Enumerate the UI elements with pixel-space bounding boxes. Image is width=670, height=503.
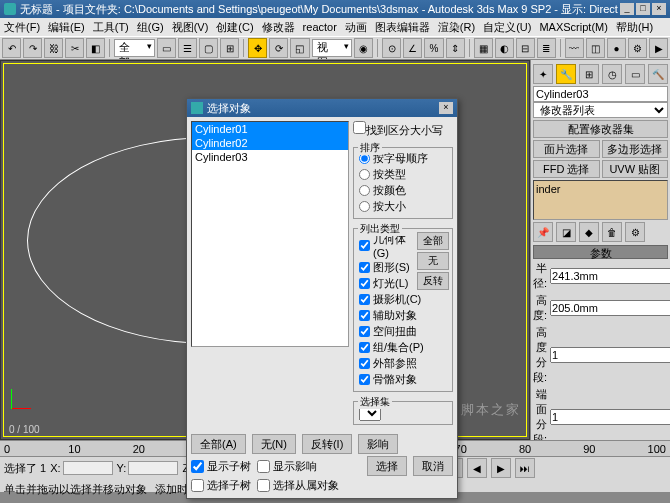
poly-select-button[interactable]: 多边形选择 bbox=[602, 140, 669, 158]
menu-reactor[interactable]: reactor bbox=[303, 21, 337, 33]
coord-x-field[interactable] bbox=[63, 461, 113, 475]
prev-frame-icon[interactable]: ◀ bbox=[467, 458, 487, 478]
list-item[interactable]: Cylinder01 bbox=[192, 122, 348, 136]
utilities-tab-icon[interactable]: 🔨 bbox=[648, 64, 668, 84]
menu-help[interactable]: 帮助(H) bbox=[616, 20, 653, 35]
select-dep-check[interactable] bbox=[257, 479, 270, 492]
menu-file[interactable]: 文件(F) bbox=[4, 20, 40, 35]
remove-modifier-icon[interactable]: 🗑 bbox=[602, 222, 622, 242]
show-end-result-icon[interactable]: ◪ bbox=[556, 222, 576, 242]
bottom-all-button[interactable]: 全部(A) bbox=[191, 434, 246, 454]
move-icon[interactable]: ✥ bbox=[248, 38, 267, 58]
bottom-invert-button[interactable]: 反转(I) bbox=[302, 434, 352, 454]
motion-tab-icon[interactable]: ◷ bbox=[602, 64, 622, 84]
spinner-snap-icon[interactable]: ⇕ bbox=[446, 38, 465, 58]
show-influence-check[interactable] bbox=[257, 460, 270, 473]
render-setup-icon[interactable]: ⚙ bbox=[628, 38, 647, 58]
dialog-titlebar[interactable]: 选择对象 × bbox=[187, 99, 457, 117]
render-icon[interactable]: ▶ bbox=[649, 38, 668, 58]
menu-maxscript[interactable]: MAXScript(M) bbox=[539, 21, 607, 33]
lt-bones-check[interactable]: 骨骼对象 bbox=[359, 372, 449, 387]
display-tab-icon[interactable]: ▭ bbox=[625, 64, 645, 84]
menu-customize[interactable]: 自定义(U) bbox=[483, 20, 531, 35]
dialog-close-button[interactable]: × bbox=[439, 102, 453, 114]
angle-snap-icon[interactable]: ∠ bbox=[403, 38, 422, 58]
cseg-spinner[interactable] bbox=[550, 409, 670, 425]
undo-icon[interactable]: ↶ bbox=[2, 38, 21, 58]
scale-icon[interactable]: ◱ bbox=[290, 38, 309, 58]
height-spinner[interactable] bbox=[550, 300, 670, 316]
select-subtree-check[interactable] bbox=[191, 479, 204, 492]
maximize-button[interactable]: □ bbox=[636, 3, 650, 15]
pin-stack-icon[interactable]: 📌 bbox=[533, 222, 553, 242]
curve-editor-icon[interactable]: 〰 bbox=[565, 38, 584, 58]
lt-lights-check[interactable]: 灯光(L) bbox=[359, 276, 415, 291]
params-rollout-header[interactable]: 参数 bbox=[533, 245, 668, 259]
bind-icon[interactable]: ◧ bbox=[86, 38, 105, 58]
lt-shapes-check[interactable]: 图形(S) bbox=[359, 260, 415, 275]
redo-icon[interactable]: ↷ bbox=[23, 38, 42, 58]
patch-select-button[interactable]: 面片选择 bbox=[533, 140, 600, 158]
modify-tab-icon[interactable]: 🔧 bbox=[556, 64, 576, 84]
menu-create[interactable]: 创建(C) bbox=[216, 20, 253, 35]
named-sel-icon[interactable]: ▦ bbox=[474, 38, 493, 58]
unlink-icon[interactable]: ✂ bbox=[65, 38, 84, 58]
material-icon[interactable]: ● bbox=[607, 38, 626, 58]
bottom-influence-button[interactable]: 影响 bbox=[358, 434, 398, 454]
uvw-map-button[interactable]: UVW 贴图 bbox=[602, 160, 669, 178]
modset-config-button[interactable]: 配置修改器集 bbox=[533, 120, 668, 138]
hseg-spinner[interactable] bbox=[550, 347, 670, 363]
create-tab-icon[interactable]: ✦ bbox=[533, 64, 553, 84]
menu-tools[interactable]: 工具(T) bbox=[93, 20, 129, 35]
modifier-list[interactable]: 修改器列表 bbox=[533, 102, 668, 118]
lt-none-button[interactable]: 无 bbox=[417, 252, 449, 270]
lt-invert-button[interactable]: 反转 bbox=[417, 272, 449, 290]
snap-icon[interactable]: ⊙ bbox=[382, 38, 401, 58]
list-item[interactable]: Cylinder02 bbox=[192, 136, 348, 150]
sort-size-radio[interactable]: 按大小 bbox=[359, 199, 449, 214]
window-crossing-icon[interactable]: ⊞ bbox=[220, 38, 239, 58]
menu-render[interactable]: 渲染(R) bbox=[438, 20, 475, 35]
pivot-icon[interactable]: ◉ bbox=[354, 38, 373, 58]
schematic-icon[interactable]: ◫ bbox=[586, 38, 605, 58]
configure-sets-icon[interactable]: ⚙ bbox=[625, 222, 645, 242]
next-frame-icon[interactable]: ▶ bbox=[491, 458, 511, 478]
menu-views[interactable]: 视图(V) bbox=[172, 20, 209, 35]
modifier-stack[interactable]: inder bbox=[533, 180, 668, 220]
close-button[interactable]: × bbox=[652, 3, 666, 15]
menu-edit[interactable]: 编辑(E) bbox=[48, 20, 85, 35]
link-icon[interactable]: ⛓ bbox=[44, 38, 63, 58]
ffd-select-button[interactable]: FFD 选择 bbox=[533, 160, 600, 178]
lt-groups-check[interactable]: 组/集合(P) bbox=[359, 340, 449, 355]
select-by-name-icon[interactable]: ☰ bbox=[178, 38, 197, 58]
rotate-icon[interactable]: ⟳ bbox=[269, 38, 288, 58]
sort-type-radio[interactable]: 按类型 bbox=[359, 167, 449, 182]
ref-coord-combo[interactable]: 视图 bbox=[312, 39, 353, 57]
lt-space-check[interactable]: 空间扭曲 bbox=[359, 324, 449, 339]
selection-filter-combo[interactable]: 全部 bbox=[114, 39, 155, 57]
menu-group[interactable]: 组(G) bbox=[137, 20, 164, 35]
make-unique-icon[interactable]: ◆ bbox=[579, 222, 599, 242]
radius-spinner[interactable] bbox=[550, 268, 670, 284]
select-region-icon[interactable]: ▢ bbox=[199, 38, 218, 58]
show-subtree-check[interactable] bbox=[191, 460, 204, 473]
hierarchy-tab-icon[interactable]: ⊞ bbox=[579, 64, 599, 84]
menu-modifiers[interactable]: 修改器 bbox=[262, 20, 295, 35]
percent-snap-icon[interactable]: % bbox=[424, 38, 443, 58]
bottom-none-button[interactable]: 无(N) bbox=[252, 434, 296, 454]
cancel-button[interactable]: 取消 bbox=[413, 456, 453, 476]
select-button[interactable]: 选择 bbox=[367, 456, 407, 476]
lt-all-button[interactable]: 全部 bbox=[417, 232, 449, 250]
align-icon[interactable]: ⊟ bbox=[516, 38, 535, 58]
object-list[interactable]: Cylinder01 Cylinder02 Cylinder03 bbox=[191, 121, 349, 347]
object-name-field[interactable] bbox=[533, 86, 668, 102]
lt-geometry-check[interactable]: 几何体(G) bbox=[359, 232, 415, 259]
select-icon[interactable]: ▭ bbox=[157, 38, 176, 58]
time-slider-readout[interactable]: 0 / 100 bbox=[9, 424, 40, 435]
list-item[interactable]: Cylinder03 bbox=[192, 150, 348, 164]
sort-color-radio[interactable]: 按颜色 bbox=[359, 183, 449, 198]
menu-animation[interactable]: 动画 bbox=[345, 20, 367, 35]
lt-cameras-check[interactable]: 摄影机(C) bbox=[359, 292, 449, 307]
goto-end-icon[interactable]: ⏭ bbox=[515, 458, 535, 478]
menu-graph[interactable]: 图表编辑器 bbox=[375, 20, 430, 35]
